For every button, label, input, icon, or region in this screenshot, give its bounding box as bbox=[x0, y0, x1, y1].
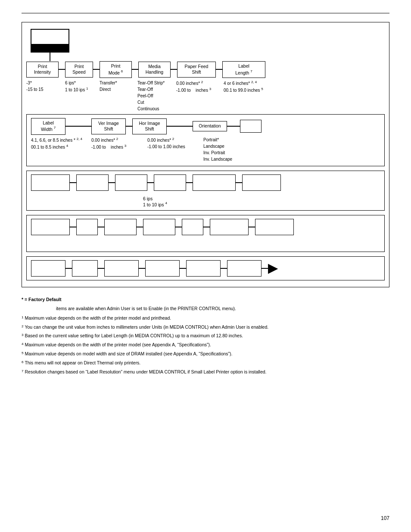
conn-r2-4 bbox=[227, 126, 240, 127]
conn-r4-1 bbox=[70, 227, 76, 227]
fn-4-num: 4 bbox=[22, 341, 23, 349]
row3-box3 bbox=[115, 174, 147, 191]
box-label-length: LabelLength 7 bbox=[222, 61, 265, 78]
vert-line-printer bbox=[50, 53, 50, 61]
row4-box1 bbox=[31, 219, 70, 235]
right-arrow: ▶ bbox=[268, 262, 277, 274]
fn-5: 5 Maximum value depends on model width a… bbox=[22, 350, 389, 358]
val-orientation: Portrait*LandscapeInv. PortraitInv. Land… bbox=[203, 137, 255, 162]
fn-7-num: 7 bbox=[22, 368, 23, 376]
val-label-length: 4 or 6 inches* 2, 400.1 to 99.0 inches 5 bbox=[224, 80, 275, 94]
row4-box3 bbox=[104, 219, 137, 235]
conn-r3-2 bbox=[109, 182, 115, 183]
conn-r5-2 bbox=[98, 268, 104, 269]
conn1 bbox=[59, 69, 65, 70]
fn-5-num: 5 bbox=[22, 350, 23, 358]
conn5 bbox=[216, 69, 222, 70]
fn-7: 7 Resolution changes based on “Label Res… bbox=[22, 368, 389, 376]
conn3 bbox=[132, 69, 138, 70]
val-intensity: -3*-15 to 15 bbox=[26, 80, 65, 93]
row5-box4 bbox=[145, 260, 180, 277]
row4-box2 bbox=[76, 219, 98, 235]
row3-box1 bbox=[31, 174, 70, 191]
fn-6-num: 6 bbox=[22, 359, 23, 367]
row4-box5 bbox=[182, 219, 203, 235]
row2-section: LabelWidth 7 Ver ImageShift Hor ImageShi… bbox=[26, 114, 385, 166]
fn-3-num: 3 bbox=[22, 332, 23, 340]
fn-2: 2 You can change the unit value from inc… bbox=[22, 324, 389, 331]
box-orientation: Orientation bbox=[193, 121, 227, 131]
conn-r5-1 bbox=[65, 268, 72, 269]
footnotes: * = Factory Default items are available … bbox=[22, 296, 389, 376]
row5-boxes: ▶ bbox=[31, 260, 380, 277]
row5-box3 bbox=[104, 260, 139, 277]
admin-note: items are available when Admin User is s… bbox=[22, 305, 389, 313]
factory-default-label: * = Factory Default bbox=[22, 296, 389, 304]
box-orient-extra bbox=[240, 120, 262, 133]
conn-r4-6 bbox=[249, 227, 255, 227]
conn-r2-3 bbox=[167, 126, 193, 127]
row5-box5 bbox=[186, 260, 221, 277]
val-paper-feed: 0.00 inches* 2-1.00 to inches 3 bbox=[176, 80, 224, 94]
row4-boxes bbox=[31, 219, 380, 235]
conn-r2-2 bbox=[126, 126, 132, 127]
conn-r5-4 bbox=[180, 268, 186, 269]
conn-r4-5 bbox=[203, 227, 210, 227]
box-media-handling: MediaHandling bbox=[138, 62, 171, 78]
conn-r4-4 bbox=[175, 227, 182, 227]
row4-box4 bbox=[143, 219, 175, 235]
row4-box6 bbox=[210, 219, 249, 235]
conn-r2-1 bbox=[65, 126, 91, 127]
box-print-intensity: PrintIntensity bbox=[26, 62, 59, 78]
diagram-area: PrintIntensity PrintSpeed PrintMode 6 Me… bbox=[22, 22, 389, 287]
row5-section: ▶ bbox=[26, 256, 385, 280]
fn-4: 4 Maximum value depends on the width of … bbox=[22, 341, 389, 349]
conn-r3-1 bbox=[70, 182, 76, 183]
row2-boxes: LabelWidth 7 Ver ImageShift Hor ImageShi… bbox=[31, 118, 380, 135]
row3-box5 bbox=[193, 174, 236, 191]
row2-values: 4.1, 6.6, or 8.5 inches * 2, 400.1 to 8.… bbox=[31, 137, 380, 162]
row3-box4 bbox=[154, 174, 186, 191]
val-speed: 6 ips*1 to 10 ips 1 bbox=[65, 80, 100, 93]
conn-r3-3 bbox=[147, 182, 154, 183]
row1-values: -3*-15 to 15 6 ips*1 to 10 ips 1 Transfe… bbox=[26, 80, 385, 112]
page-number: 107 bbox=[381, 515, 389, 521]
row3-speed-text: 6 ips1 to 10 ips 4 bbox=[31, 196, 380, 207]
fn-1-num: 1 bbox=[22, 314, 23, 322]
conn-r5-6 bbox=[262, 268, 268, 269]
box-print-speed: PrintSpeed bbox=[65, 62, 93, 78]
row3-section: 6 ips1 to 10 ips 4 bbox=[26, 171, 385, 211]
page: PrintIntensity PrintSpeed PrintMode 6 Me… bbox=[0, 0, 411, 532]
top-rule bbox=[22, 13, 389, 13]
conn-r5-3 bbox=[139, 268, 145, 269]
fn-1: 1 Maximum value depends on the width of … bbox=[22, 314, 389, 322]
box-hor-image-shift: Hor ImageShift bbox=[132, 118, 167, 134]
row3-box2 bbox=[76, 174, 109, 191]
box-paper-feed: Paper FeedShift bbox=[177, 62, 216, 78]
row5-box6 bbox=[227, 260, 262, 277]
fn-3: 3 Based on the current value setting for… bbox=[22, 332, 389, 340]
printer-icon bbox=[31, 29, 69, 53]
val-handling: Tear-Off Strip*Tear-OffPeel-OffCutContin… bbox=[137, 80, 176, 112]
conn-r3-5 bbox=[236, 182, 242, 183]
box-label-width: LabelWidth 7 bbox=[31, 118, 65, 135]
val-hor-shift: 0.00 inches* 2-1.00 to 1.00 inches bbox=[147, 137, 203, 150]
conn-r5-5 bbox=[221, 268, 227, 269]
row4-box7 bbox=[255, 219, 294, 235]
val-label-width: 4.1, 6.6, or 8.5 inches * 2, 400.1 to 8.… bbox=[31, 137, 91, 151]
row5-box1 bbox=[31, 260, 65, 277]
row5-box2 bbox=[72, 260, 98, 277]
box-ver-image-shift: Ver ImageShift bbox=[91, 118, 126, 134]
row1-boxes: PrintIntensity PrintSpeed PrintMode 6 Me… bbox=[26, 61, 385, 78]
val-ver-shift: 0.00 inches* 2-1.00 to inches 3 bbox=[91, 137, 147, 151]
conn-r4-3 bbox=[137, 227, 143, 227]
row3-boxes bbox=[31, 174, 380, 191]
row3-box6 bbox=[242, 174, 281, 191]
conn-r4-2 bbox=[98, 227, 104, 227]
conn-r3-4 bbox=[186, 182, 193, 183]
val-mode: Transfer*Direct bbox=[100, 80, 137, 93]
conn4 bbox=[171, 69, 177, 70]
box-print-mode: PrintMode 6 bbox=[100, 61, 132, 78]
fn-6: 6 This menu will not appear on Direct Th… bbox=[22, 359, 389, 367]
fn-2-num: 2 bbox=[22, 324, 23, 331]
